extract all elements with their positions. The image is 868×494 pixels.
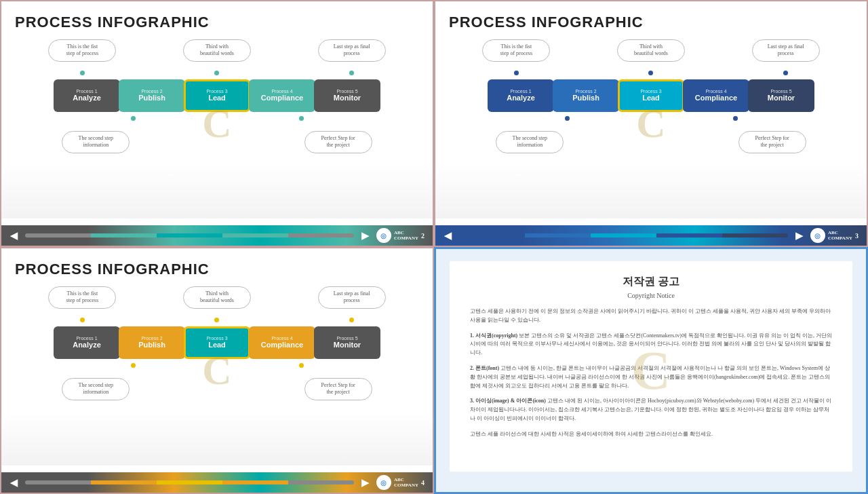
page-num-2: 3 (855, 232, 859, 240)
logo-circle-3: ◎ (376, 475, 391, 490)
proc-name: Monitor (768, 94, 795, 102)
logo-circle-2: ◎ (810, 228, 825, 243)
process-row-2: Process 1 Analyze Process 2 Publish Proc… (449, 79, 853, 112)
bottom-connectors-2 (449, 116, 853, 127)
section-1-label: 1. 서식권(copyright) (470, 332, 517, 339)
section-3-label: 3. 아이싱(image) & 아이콘(icon) (470, 398, 546, 404)
callout-top-3a: This is the fiststep of process (48, 286, 116, 309)
process-1-publish[interactable]: Process 2 Publish (119, 79, 185, 112)
copyright-subtitle: Copyright Notice (470, 292, 832, 299)
process-3-publish[interactable]: Process 2 Publish (119, 326, 185, 359)
process-1-monitor[interactable]: Process 5 Monitor (314, 79, 380, 112)
callout-top-2a: This is the fiststep of process (482, 39, 550, 62)
copyright-section-2: 2. 폰트(font) 고텐스 내에 등 시이는, 한글 폰트는 내이무이 나글… (470, 364, 832, 390)
process-row-1: Process 1 Analyze Process 2 Publish Proc… (15, 79, 419, 112)
proc-num: Process 1 (510, 89, 531, 94)
prev-arrow-3[interactable]: ◀ (7, 476, 21, 490)
process-1-lead[interactable]: Process 3 Lead (184, 79, 250, 112)
copyright-body: 고텐스 세플은 사용하기 전에 이 문의 정보의 소작권은 사에이 읽어주시기 … (470, 307, 832, 439)
callout-bottom-2a: The second stepinformation (496, 131, 564, 153)
proc-name: Compliance (261, 94, 303, 102)
callout-top-2c: Last step as finalprocess (752, 39, 820, 62)
proc-num: Process 5 (336, 336, 357, 341)
proc-name: Publish (138, 94, 165, 102)
city-bg-3 (1, 411, 433, 466)
logo-text-1: ABCCOMPANY (394, 230, 418, 242)
next-arrow-1[interactable]: ▶ (358, 229, 372, 243)
page-num-3: 4 (421, 479, 425, 487)
callout-top-3b: Third withbeautiful words (183, 286, 251, 309)
process-3-compliance[interactable]: Process 4 Compliance (249, 326, 315, 359)
top-callouts-3: This is the fiststep of process Third wi… (15, 286, 419, 309)
proc-name: Publish (572, 94, 599, 102)
process-2-monitor[interactable]: Process 5 Monitor (748, 79, 814, 112)
callout-top-2b: Third withbeautiful words (617, 39, 685, 62)
process-2-compliance[interactable]: Process 4 Compliance (683, 79, 749, 112)
proc-num: Process 4 (271, 89, 292, 94)
city-bg-2 (435, 164, 867, 218)
top-callouts-1: This is the fiststep of process Third wi… (15, 39, 419, 62)
logo-3: ◎ ABCCOMPANY (376, 475, 418, 490)
slide-2-title: PROCESS INFOGRAPHIC (449, 14, 853, 31)
bottom-callouts-2: The second stepinformation Perfect Step … (449, 131, 853, 153)
process-2-analyze[interactable]: Process 1 Analyze (488, 79, 554, 112)
slide-3: C PROCESS INFOGRAPHIC This is the fistst… (0, 247, 434, 494)
process-3-monitor[interactable]: Process 5 Monitor (314, 326, 380, 359)
copyright-title: 저작권 공고 (470, 275, 832, 289)
proc-name: Lead (642, 94, 660, 102)
top-connectors-3 (15, 311, 419, 322)
slide-nav-2: ◀ ▶ ◎ ABCCOMPANY 3 (435, 225, 867, 246)
proc-num: Process 2 (141, 89, 162, 94)
slide-1-title: PROCESS INFOGRAPHIC (15, 14, 419, 31)
proc-name: Lead (208, 94, 226, 102)
proc-name: Analyze (507, 94, 535, 102)
proc-name: Analyze (73, 94, 101, 102)
page-num-1: 2 (421, 232, 425, 240)
callout-top-1c: Last step as finalprocess (318, 39, 386, 62)
proc-num: Process 4 (705, 89, 726, 94)
process-2-publish[interactable]: Process 2 Publish (553, 79, 619, 112)
slide-2: C PROCESS INFOGRAPHIC This is the fistst… (434, 0, 868, 247)
proc-num: Process 3 (640, 89, 661, 94)
nav-track-3 (25, 480, 354, 484)
proc-num: Process 2 (575, 89, 596, 94)
callout-bottom-1b: Perfect Step forthe project (304, 131, 372, 153)
proc-num: Process 2 (141, 336, 162, 341)
logo-circle-1: ◎ (376, 228, 391, 243)
city-bg-1 (1, 164, 433, 218)
bottom-connectors-1 (15, 116, 419, 127)
proc-name: Compliance (261, 341, 303, 349)
proc-num: Process 3 (206, 336, 227, 341)
proc-num: Process 1 (76, 89, 97, 94)
copyright-intro: 고텐스 세플은 사용하기 전에 이 문의 정보의 소작권은 사에이 읽어주시기 … (470, 307, 832, 325)
slide-4-copyright: C 저작권 공고 Copyright Notice 고텐스 세플은 사용하기 전… (434, 247, 868, 494)
bottom-connectors-3 (15, 363, 419, 374)
process-3-analyze[interactable]: Process 1 Analyze (54, 326, 120, 359)
process-3-lead[interactable]: Process 3 Lead (184, 326, 250, 359)
next-arrow-3[interactable]: ▶ (358, 476, 372, 490)
slide-3-title: PROCESS INFOGRAPHIC (15, 261, 419, 278)
slide-nav-3: ◀ ▶ ◎ ABCCOMPANY 4 (1, 472, 433, 493)
copyright-section-1: 1. 서식권(copyright) 보본 고텐스의 소유 및 서작권은 고텐스 … (470, 332, 832, 358)
proc-name: Monitor (334, 341, 361, 349)
process-1-compliance[interactable]: Process 4 Compliance (249, 79, 315, 112)
callout-top-1a: This is the fiststep of process (48, 39, 116, 62)
logo-2: ◎ ABCCOMPANY (810, 228, 852, 243)
prev-arrow-1[interactable]: ◀ (7, 229, 21, 243)
bottom-callouts-3: The second stepinformation Perfect Step … (15, 378, 419, 400)
proc-name: Publish (138, 341, 165, 349)
prev-arrow-2[interactable]: ◀ (441, 229, 455, 243)
next-arrow-2[interactable]: ▶ (792, 229, 806, 243)
proc-num: Process 5 (336, 89, 357, 94)
top-connectors-2 (449, 64, 853, 75)
copyright-section-footer: 고텐스 세플 라이선스에 대한 사세한 사적은 응세이세이하에 하여 사세한 고… (470, 430, 832, 439)
nav-track-1 (25, 233, 354, 238)
callout-bottom-3a: The second stepinformation (62, 378, 130, 400)
copyright-content: 저작권 공고 Copyright Notice 고텐스 세플은 사용하기 전에 … (450, 261, 852, 472)
bottom-callouts-1: The second stepinformation Perfect Step … (15, 131, 419, 153)
slide-nav-1: ◀ ▶ ◎ ABCCOMPANY 2 (1, 225, 433, 246)
process-1-analyze[interactable]: Process 1 Analyze (54, 79, 120, 112)
process-2-lead[interactable]: Process 3 Lead (618, 79, 684, 112)
proc-name: Compliance (695, 94, 737, 102)
proc-num: Process 3 (206, 89, 227, 94)
